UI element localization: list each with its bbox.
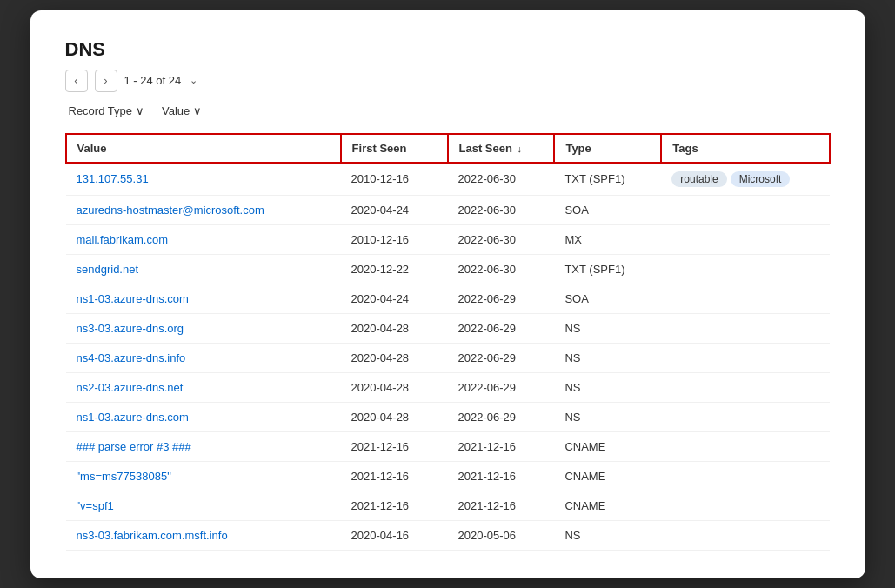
col-type[interactable]: Type	[554, 134, 661, 163]
cell-first-seen: 2020-04-28	[341, 372, 448, 402]
pagination-info: 1 - 24 of 24	[124, 74, 182, 87]
value-link[interactable]: ns1-03.azure-dns.com	[77, 292, 189, 305]
cell-type: TXT (SPF1)	[554, 163, 661, 196]
cell-type: NS	[554, 343, 661, 372]
page-title: DNS	[65, 38, 831, 61]
cell-first-seen: 2021-12-16	[341, 431, 448, 461]
table-row: mail.fabrikam.com2010-12-162022-06-30MX	[66, 224, 830, 254]
value-link[interactable]: ### parse error #3 ###	[77, 440, 191, 453]
cell-first-seen: 2020-12-22	[341, 254, 448, 284]
cell-value[interactable]: ns2-03.azure-dns.net	[66, 372, 341, 402]
cell-value[interactable]: "v=spf1	[66, 491, 341, 520]
value-link[interactable]: ns4-03.azure-dns.info	[77, 351, 186, 364]
filters-row: Record Type ∨ Value ∨	[65, 103, 831, 119]
filter-record-type[interactable]: Record Type ∨	[65, 103, 148, 119]
cell-type: MX	[554, 224, 661, 254]
cell-first-seen: 2010-12-16	[341, 163, 448, 196]
cell-type: NS	[554, 520, 661, 550]
value-link[interactable]: mail.fabrikam.com	[77, 233, 168, 246]
cell-value[interactable]: 131.107.55.31	[66, 163, 341, 196]
cell-last-seen: 2022-06-29	[448, 313, 555, 343]
table-row: azuredns-hostmaster@microsoft.com2020-04…	[66, 195, 830, 224]
cell-value[interactable]: ns4-03.azure-dns.info	[66, 343, 341, 372]
table-row: 131.107.55.312010-12-162022-06-30TXT (SP…	[66, 163, 830, 196]
cell-value[interactable]: mail.fabrikam.com	[66, 224, 341, 254]
value-link[interactable]: ns1-03.azure-dns.com	[77, 411, 189, 424]
table-row: ns2-03.azure-dns.net2020-04-282022-06-29…	[66, 372, 830, 402]
cell-first-seen: 2020-04-28	[341, 402, 448, 431]
sort-icon-last-seen: ↓	[518, 144, 523, 154]
cell-value[interactable]: "ms=ms77538085"	[66, 461, 341, 491]
value-link[interactable]: ns3-03.fabrikam.com.msft.info	[77, 529, 228, 542]
cell-value[interactable]: ns1-03.azure-dns.com	[66, 284, 341, 313]
value-link[interactable]: 131.107.55.31	[77, 172, 149, 185]
table-row: ns1-03.azure-dns.com2020-04-242022-06-29…	[66, 284, 830, 313]
cell-type: CNAME	[554, 431, 661, 461]
table-row: "v=spf12021-12-162021-12-16CNAME	[66, 491, 830, 520]
table-row: ns3-03.fabrikam.com.msft.info2020-04-162…	[66, 520, 830, 550]
cell-type: SOA	[554, 195, 661, 224]
value-link[interactable]: azuredns-hostmaster@microsoft.com	[77, 204, 264, 217]
table-row: ns3-03.azure-dns.org2020-04-282022-06-29…	[66, 313, 830, 343]
cell-last-seen: 2021-12-16	[448, 491, 555, 520]
cell-last-seen: 2022-06-30	[448, 254, 555, 284]
pagination-row: ‹ › 1 - 24 of 24 ⌄	[65, 70, 831, 92]
cell-tags	[661, 313, 829, 343]
cell-type: TXT (SPF1)	[554, 254, 661, 284]
cell-value[interactable]: ns1-03.azure-dns.com	[66, 402, 341, 431]
cell-tags	[661, 195, 829, 224]
cell-tags	[661, 284, 829, 313]
value-link[interactable]: "ms=ms77538085"	[77, 470, 171, 483]
cell-type: NS	[554, 372, 661, 402]
cell-value[interactable]: ns3-03.azure-dns.org	[66, 313, 341, 343]
prev-page-button[interactable]: ‹	[65, 70, 88, 92]
cell-tags	[661, 254, 829, 284]
filter-value-label: Value	[162, 104, 190, 117]
table-row: ns4-03.azure-dns.info2020-04-282022-06-2…	[66, 343, 830, 372]
cell-tags	[661, 491, 829, 520]
cell-value[interactable]: azuredns-hostmaster@microsoft.com	[66, 195, 341, 224]
cell-last-seen: 2022-06-30	[448, 224, 555, 254]
cell-value[interactable]: sendgrid.net	[66, 254, 341, 284]
value-link[interactable]: "v=spf1	[77, 499, 114, 512]
cell-last-seen: 2020-05-06	[448, 520, 555, 550]
tag-routable[interactable]: routable	[671, 171, 726, 187]
cell-tags	[661, 343, 829, 372]
col-tags[interactable]: Tags	[661, 134, 829, 163]
cell-tags	[661, 520, 829, 550]
filter-record-type-arrow: ∨	[136, 104, 144, 117]
filter-record-type-label: Record Type	[69, 104, 132, 117]
col-value[interactable]: Value	[66, 134, 341, 163]
tag-microsoft[interactable]: Microsoft	[731, 171, 791, 187]
cell-tags	[661, 402, 829, 431]
cell-tags	[661, 461, 829, 491]
cell-first-seen: 2020-04-28	[341, 313, 448, 343]
cell-last-seen: 2021-12-16	[448, 431, 555, 461]
value-link[interactable]: sendgrid.net	[77, 263, 139, 276]
table-row: sendgrid.net2020-12-222022-06-30TXT (SPF…	[66, 254, 830, 284]
cell-value[interactable]: ### parse error #3 ###	[66, 431, 341, 461]
next-page-button[interactable]: ›	[95, 70, 117, 92]
cell-first-seen: 2021-12-16	[341, 491, 448, 520]
pagination-dropdown-arrow[interactable]: ⌄	[190, 75, 197, 86]
cell-tags: routableMicrosoft	[661, 163, 829, 196]
cell-last-seen: 2022-06-30	[448, 195, 555, 224]
cell-first-seen: 2021-12-16	[341, 461, 448, 491]
filter-value[interactable]: Value ∨	[158, 103, 205, 119]
cell-tags	[661, 431, 829, 461]
cell-last-seen: 2022-06-29	[448, 343, 555, 372]
table-row: ### parse error #3 ###2021-12-162021-12-…	[66, 431, 830, 461]
cell-last-seen: 2021-12-16	[448, 461, 555, 491]
cell-last-seen: 2022-06-29	[448, 402, 555, 431]
cell-tags	[661, 224, 829, 254]
value-link[interactable]: ns3-03.azure-dns.org	[77, 322, 184, 335]
cell-first-seen: 2020-04-24	[341, 284, 448, 313]
main-window: DNS ‹ › 1 - 24 of 24 ⌄ Record Type ∨ Val…	[30, 10, 865, 578]
cell-first-seen: 2010-12-16	[341, 224, 448, 254]
cell-first-seen: 2020-04-28	[341, 343, 448, 372]
cell-type: CNAME	[554, 491, 661, 520]
col-last-seen[interactable]: Last Seen ↓	[448, 134, 555, 163]
value-link[interactable]: ns2-03.azure-dns.net	[77, 381, 184, 394]
cell-value[interactable]: ns3-03.fabrikam.com.msft.info	[66, 520, 341, 550]
col-first-seen[interactable]: First Seen	[341, 134, 448, 163]
